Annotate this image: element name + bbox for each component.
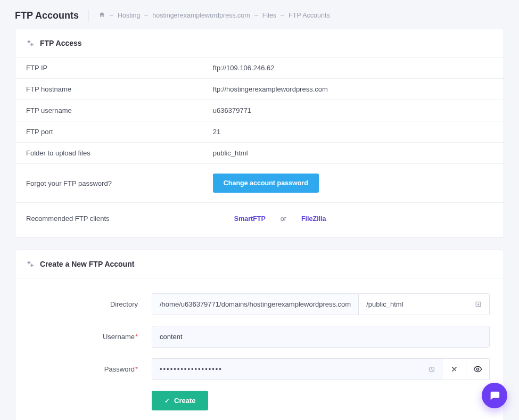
toggle-password-visibility-button[interactable] — [466, 358, 490, 380]
card-title-access: FTP Access — [40, 39, 82, 47]
label-recommended: Recommended FTP clients — [26, 215, 213, 223]
value-upload-folder: public_html — [213, 149, 493, 157]
password-strength-icon — [421, 358, 443, 380]
header-divider — [88, 10, 89, 21]
card-header-create: Create a New FTP Account — [15, 250, 504, 278]
create-form: Directory /home/u636379771/domains/hosti… — [15, 278, 504, 420]
create-button-label: Create — [174, 397, 195, 405]
card-title-create: Create a New FTP Account — [40, 260, 134, 268]
breadcrumb-sep: – — [281, 12, 284, 19]
link-smartftp[interactable]: SmartFTP — [234, 215, 266, 223]
label-ftp-username: FTP username — [26, 106, 213, 114]
label-upload-folder: Folder to upload files — [26, 149, 213, 157]
breadcrumb-sep: – — [110, 12, 113, 19]
breadcrumb: – Hosting – hostingerexamplewordpress.co… — [98, 11, 330, 20]
svg-point-2 — [28, 261, 30, 263]
svg-point-1 — [31, 44, 33, 46]
directory-prefix: /home/u636379771/domains/hostingerexampl… — [152, 293, 359, 315]
value-ftp-ip: ftp://109.106.246.62 — [213, 64, 493, 72]
home-icon[interactable] — [98, 11, 105, 20]
label-ftp-port: FTP port — [26, 128, 213, 136]
header-bar: FTP Accounts – Hosting – hostingerexampl… — [0, 0, 519, 29]
directory-value: /public_html — [366, 300, 403, 308]
gears-icon — [26, 39, 35, 47]
value-ftp-port: 21 — [213, 128, 493, 136]
crumb-ftp-accounts[interactable]: FTP Accounts — [289, 12, 330, 19]
row-ftp-username: FTP username u636379771 — [15, 100, 504, 121]
row-submit: ✓ Create — [29, 391, 490, 410]
change-password-button[interactable]: Change account password — [213, 174, 319, 193]
svg-point-0 — [28, 40, 30, 43]
row-ftp-ip: FTP IP ftp://109.106.246.62 — [15, 57, 504, 79]
username-input[interactable] — [152, 326, 490, 348]
svg-point-3 — [31, 265, 33, 267]
required-asterisk: * — [135, 333, 138, 341]
breadcrumb-sep: – — [254, 12, 258, 19]
page-title: FTP Accounts — [15, 10, 79, 21]
or-text: or — [281, 215, 286, 223]
value-ftp-username: u636379771 — [213, 106, 493, 114]
crumb-hosting[interactable]: Hosting — [118, 12, 140, 19]
svg-point-6 — [452, 367, 453, 368]
crumb-files[interactable]: Files — [262, 12, 276, 19]
svg-point-9 — [476, 368, 479, 370]
row-ftp-port: FTP port 21 — [15, 121, 504, 143]
label-forgot-password: Forgot your FTP password? — [26, 179, 213, 187]
directory-input-wrap[interactable]: /public_html — [359, 293, 490, 315]
row-forgot-password: Forgot your FTP password? Change account… — [15, 164, 504, 203]
value-ftp-hostname: ftp://hostingerexamplewordpress.com — [213, 85, 493, 93]
check-icon: ✓ — [164, 397, 170, 405]
row-directory: Directory /home/u636379771/domains/hosti… — [29, 293, 490, 315]
crumb-domain[interactable]: hostingerexamplewordpress.com — [152, 12, 250, 19]
generate-password-button[interactable] — [443, 358, 466, 380]
label-ftp-hostname: FTP hostname — [26, 85, 213, 93]
folder-picker-icon[interactable] — [475, 301, 482, 308]
breadcrumb-sep: – — [144, 12, 148, 19]
row-password: Password* — [29, 358, 490, 380]
label-directory: Directory — [29, 300, 152, 308]
label-username: Username* — [29, 333, 152, 341]
svg-point-7 — [456, 367, 457, 368]
row-username: Username* — [29, 326, 490, 348]
row-upload-folder: Folder to upload files public_html — [15, 143, 504, 164]
label-password: Password* — [29, 365, 152, 373]
password-input[interactable] — [152, 358, 421, 380]
create-ftp-card: Create a New FTP Account Directory /home… — [15, 250, 504, 420]
row-ftp-hostname: FTP hostname ftp://hostingerexamplewordp… — [15, 79, 504, 100]
label-directory-text: Directory — [110, 300, 138, 308]
required-asterisk: * — [135, 365, 138, 373]
label-username-text: Username — [103, 333, 135, 341]
chat-fab[interactable] — [482, 383, 507, 408]
card-header-access: FTP Access — [15, 29, 504, 57]
gears-icon — [26, 260, 35, 268]
svg-point-8 — [452, 370, 453, 372]
create-button[interactable]: ✓ Create — [152, 391, 208, 410]
label-password-text: Password — [104, 365, 135, 373]
row-recommended-clients: Recommended FTP clients SmartFTP or File… — [15, 203, 504, 237]
ftp-access-card: FTP Access FTP IP ftp://109.106.246.62 F… — [15, 29, 504, 238]
link-filezilla[interactable]: FileZilla — [301, 215, 326, 223]
clients-group: SmartFTP or FileZilla — [234, 215, 326, 223]
label-ftp-ip: FTP IP — [26, 64, 213, 72]
